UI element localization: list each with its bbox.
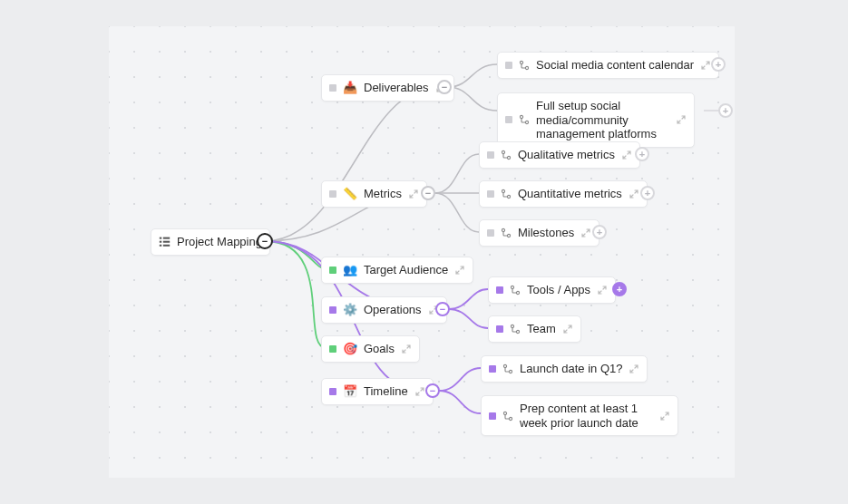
node-label: Prep content at least 1 week prior launc… [520, 402, 653, 430]
add-child-button[interactable]: + [635, 147, 649, 161]
add-child-button[interactable]: + [640, 186, 655, 200]
node-timeline[interactable]: 📅 Timeline [321, 378, 434, 405]
expand-icon[interactable] [700, 60, 711, 71]
expand-icon[interactable] [562, 324, 573, 334]
svg-rect-10 [160, 245, 161, 247]
svg-point-27 [509, 370, 512, 373]
node-goals[interactable]: 🎯 Goals [321, 335, 420, 363]
expand-icon[interactable] [676, 114, 687, 125]
expand-icon[interactable] [629, 363, 639, 374]
node-quant[interactable]: Quantitative metrics [479, 180, 648, 208]
node-team[interactable]: Team [488, 315, 581, 343]
node-tools[interactable]: Tools / Apps [488, 276, 616, 304]
status-square [496, 286, 503, 294]
node-fullsetup[interactable]: Full setup social media/community manage… [497, 92, 695, 148]
status-square [496, 325, 503, 333]
deliverables-collapse-toggle[interactable]: − [437, 80, 452, 94]
status-square [489, 365, 496, 373]
metrics-collapse-toggle[interactable]: − [421, 186, 435, 200]
mindmap-canvas[interactable]: Project Mapping − 📥 Deliverables − Socia… [109, 26, 735, 478]
node-label: Quantitative metrics [518, 187, 622, 201]
expand-icon[interactable] [454, 265, 465, 276]
svg-point-17 [507, 156, 510, 159]
svg-point-22 [511, 286, 513, 288]
subtask-icon [501, 189, 512, 199]
svg-point-25 [516, 330, 519, 333]
status-square [487, 190, 494, 198]
svg-rect-8 [160, 241, 161, 243]
node-label: Goals [364, 342, 395, 356]
status-square [487, 229, 494, 237]
node-operations[interactable]: ⚙️ Operations [321, 296, 447, 324]
subtask-icon [519, 60, 530, 71]
svg-point-18 [502, 189, 504, 192]
status-square [487, 151, 494, 159]
node-label: Tools / Apps [527, 283, 590, 297]
expand-icon[interactable] [621, 150, 632, 160]
calendar-icon: 📅 [343, 385, 357, 397]
node-label: Target Audience [364, 263, 448, 277]
expand-icon[interactable] [401, 344, 412, 354]
svg-point-19 [507, 195, 510, 198]
subtask-icon [502, 363, 513, 374]
add-child-button[interactable]: + [592, 225, 607, 239]
node-label: Metrics [364, 187, 402, 201]
node-label: Milestones [518, 226, 574, 240]
status-square [329, 267, 336, 274]
svg-point-12 [520, 61, 522, 63]
svg-point-23 [516, 291, 519, 294]
node-metrics[interactable]: 📏 Metrics [321, 180, 427, 208]
root-collapse-toggle[interactable]: − [257, 233, 273, 249]
svg-point-28 [503, 412, 506, 414]
inbox-icon: 📥 [343, 82, 357, 93]
status-square [329, 306, 336, 314]
node-targetaudience[interactable]: 👥 Target Audience [321, 257, 473, 284]
node-miles[interactable]: Milestones [479, 219, 599, 247]
node-deliverables[interactable]: 📥 Deliverables [321, 74, 454, 102]
subtask-icon [501, 150, 512, 160]
status-square [329, 388, 336, 395]
subtask-icon [502, 411, 513, 422]
gear-icon: ⚙️ [343, 304, 357, 315]
status-square [505, 116, 512, 123]
ruler-icon: 📏 [343, 188, 357, 199]
svg-point-20 [502, 228, 504, 231]
operations-collapse-toggle[interactable]: − [435, 302, 450, 316]
svg-point-14 [520, 116, 522, 119]
subtask-icon [519, 114, 530, 125]
status-square [505, 62, 512, 69]
node-prep[interactable]: Prep content at least 1 week prior launc… [481, 395, 678, 436]
node-label: Launch date in Q1? [520, 362, 622, 376]
svg-rect-6 [160, 237, 161, 239]
timeline-collapse-toggle[interactable]: − [425, 383, 440, 398]
node-label: Deliverables [364, 81, 429, 95]
svg-rect-7 [163, 237, 170, 239]
svg-rect-9 [163, 241, 170, 243]
node-launchq1[interactable]: Launch date in Q1? [481, 355, 648, 383]
add-child-button[interactable]: + [612, 282, 627, 296]
expand-icon[interactable] [414, 386, 425, 397]
svg-point-21 [507, 234, 510, 237]
expand-icon[interactable] [629, 189, 639, 199]
svg-point-16 [502, 150, 504, 153]
status-square [329, 190, 336, 198]
add-child-button[interactable]: + [718, 103, 733, 118]
node-smcc[interactable]: Social media content calendar [497, 52, 719, 79]
subtask-icon [510, 324, 521, 334]
node-label: Qualitative metrics [518, 148, 615, 162]
svg-point-26 [503, 364, 506, 367]
expand-icon[interactable] [408, 189, 419, 199]
expand-icon[interactable] [597, 285, 608, 296]
expand-icon[interactable] [659, 411, 670, 422]
add-child-button[interactable]: + [711, 57, 726, 72]
list-icon [159, 236, 171, 247]
node-label: Timeline [364, 384, 408, 399]
node-label: Project Mapping [177, 235, 262, 249]
status-square [329, 345, 336, 353]
node-qual[interactable]: Qualitative metrics [479, 141, 640, 169]
subtask-icon [501, 228, 512, 238]
target-icon: 🎯 [343, 343, 357, 354]
expand-icon[interactable] [580, 228, 591, 238]
node-root[interactable]: Project Mapping [151, 228, 270, 256]
status-square [489, 412, 496, 420]
